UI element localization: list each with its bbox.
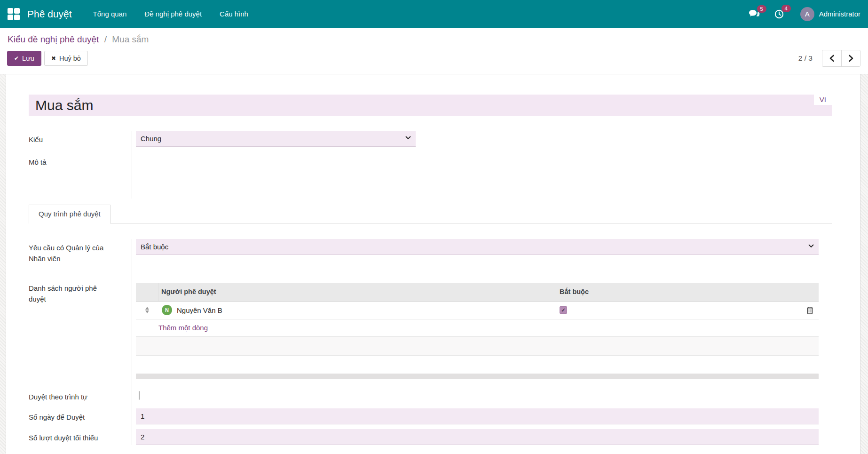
required-checkbox[interactable]: ✓ bbox=[560, 306, 567, 314]
tab-content: Yêu cầu có Quản lý của Nhân viên Bắt buộ… bbox=[29, 223, 832, 445]
user-name: Administrator bbox=[819, 10, 860, 18]
sort-up-icon bbox=[145, 307, 149, 310]
approvers-table: Người phê duyệt Bắt buộc N Nguyễn bbox=[136, 283, 819, 379]
approvers-table-header: Người phê duyệt Bắt buộc bbox=[136, 283, 819, 302]
control-panel: Kiểu đề nghị phê duyệt / Mua sắm ✔ Lưu ✖… bbox=[0, 28, 868, 74]
manager-approval-select[interactable]: Bắt buộc bbox=[136, 239, 819, 255]
type-label: Kiểu bbox=[29, 131, 132, 153]
table-row[interactable]: N Nguyễn Văn B ✓ bbox=[136, 302, 819, 319]
approver-avatar: N bbox=[162, 305, 172, 315]
grid-square bbox=[8, 15, 13, 20]
sequential-checkbox[interactable] bbox=[139, 391, 140, 400]
top-navbar: Phê duyệt Tổng quan Đề nghị phê duyệt Cấ… bbox=[0, 0, 868, 28]
days-input[interactable]: 1 bbox=[136, 408, 819, 424]
sequential-field-cell bbox=[132, 379, 819, 408]
breadcrumb-separator: / bbox=[102, 34, 110, 44]
pager-buttons bbox=[822, 50, 860, 67]
approvers-field-cell: Người phê duyệt Bắt buộc N Nguyễn bbox=[132, 264, 819, 379]
pager-previous-button[interactable] bbox=[822, 50, 841, 66]
min-approvals-input[interactable]: 2 bbox=[136, 429, 819, 445]
handle-column-header bbox=[136, 283, 158, 301]
activities-badge: 4 bbox=[781, 5, 791, 12]
chevron-left-icon bbox=[829, 55, 835, 62]
grid-square bbox=[14, 15, 20, 20]
nav-item-approval-requests[interactable]: Đề nghị phê duyệt bbox=[135, 0, 211, 28]
nav-item-configuration[interactable]: Cấu hình bbox=[211, 0, 257, 28]
translation-tag[interactable]: VI bbox=[814, 95, 832, 105]
activities-button[interactable]: 4 bbox=[774, 9, 784, 19]
sequential-label: Duyệt theo trình tự bbox=[29, 379, 132, 408]
tab-approval-flow[interactable]: Quy trình phê duyệt bbox=[29, 205, 110, 223]
record-title-input[interactable]: Mua sắm bbox=[29, 95, 832, 116]
pager-next-button[interactable] bbox=[841, 50, 860, 66]
min-approvals-label: Số lượt duyệt tối thiểu bbox=[29, 429, 132, 445]
approver-cell[interactable]: N Nguyễn Văn B bbox=[158, 305, 557, 315]
manager-approval-label: Yêu cầu có Quản lý của Nhân viên bbox=[29, 239, 132, 264]
days-field-cell: 1 bbox=[132, 408, 819, 429]
pager-count: 2 / 3 bbox=[798, 54, 813, 63]
messages-badge: 5 bbox=[757, 5, 766, 13]
user-avatar: A bbox=[800, 7, 814, 21]
nav-item-overview[interactable]: Tổng quan bbox=[84, 0, 136, 28]
pager: 2 / 3 bbox=[798, 50, 860, 67]
horizontal-scrollbar[interactable] bbox=[136, 374, 819, 379]
add-line-row: Thêm một dòng bbox=[136, 319, 819, 337]
description-textarea[interactable] bbox=[132, 153, 819, 199]
days-label: Số ngày để Duyệt bbox=[29, 408, 132, 429]
manager-approval-field-cell: Bắt buộc bbox=[132, 239, 819, 264]
empty-table-row bbox=[136, 337, 819, 356]
save-button-label: Lưu bbox=[22, 55, 34, 62]
approvers-list-label: Danh sách người phê duyệt bbox=[29, 264, 132, 379]
type-select[interactable]: Chung bbox=[136, 131, 416, 147]
delete-row-button[interactable] bbox=[801, 306, 819, 314]
x-icon: ✖ bbox=[51, 55, 56, 62]
notebook-tabbar: Quy trình phê duyệt bbox=[29, 204, 832, 223]
app-name[interactable]: Phê duyệt bbox=[27, 8, 72, 20]
required-cell: ✓ bbox=[557, 306, 801, 314]
type-field-cell: Chung bbox=[132, 131, 819, 153]
column-header-approver[interactable]: Người phê duyệt bbox=[158, 288, 557, 295]
title-field-wrap: Mua sắm VI bbox=[29, 95, 832, 116]
column-header-required[interactable]: Bắt buộc bbox=[557, 288, 801, 295]
chevron-down-icon bbox=[808, 244, 814, 248]
tab-field-group: Yêu cầu có Quản lý của Nhân viên Bắt buộ… bbox=[29, 239, 819, 445]
breadcrumb-parent-link[interactable]: Kiểu đề nghị phê duyệt bbox=[8, 34, 99, 44]
apps-grid-icon[interactable] bbox=[8, 8, 20, 20]
discard-button-label: Huỷ bỏ bbox=[59, 55, 81, 62]
top-field-group: Kiểu Chung Mô tả bbox=[29, 131, 819, 199]
breadcrumb: Kiểu đề nghị phê duyệt / Mua sắm bbox=[0, 28, 868, 46]
sort-down-icon bbox=[145, 311, 149, 313]
manager-approval-value: Bắt buộc bbox=[141, 243, 168, 251]
min-approvals-field-cell: 2 bbox=[132, 429, 819, 445]
approver-name: Nguyễn Văn B bbox=[177, 306, 222, 314]
messages-button[interactable]: 5 bbox=[749, 9, 760, 19]
chevron-right-icon bbox=[848, 55, 854, 62]
breadcrumb-current: Mua sắm bbox=[112, 34, 149, 44]
add-line-link[interactable]: Thêm một dòng bbox=[158, 324, 208, 332]
content-background: Mua sắm VI Kiểu Chung Mô tả Quy trình ph… bbox=[0, 74, 868, 454]
user-menu[interactable]: A Administrator bbox=[800, 7, 860, 21]
chevron-down-icon bbox=[405, 136, 411, 140]
save-button[interactable]: ✔ Lưu bbox=[7, 51, 41, 66]
description-label: Mô tả bbox=[29, 153, 132, 199]
grid-square bbox=[14, 8, 20, 14]
grid-square bbox=[8, 8, 13, 14]
form-sheet: Mua sắm VI Kiểu Chung Mô tả Quy trình ph… bbox=[6, 74, 860, 454]
discard-button[interactable]: ✖ Huỷ bỏ bbox=[44, 51, 88, 66]
navbar-right: 5 4 A Administrator bbox=[734, 7, 860, 21]
trash-icon bbox=[806, 306, 813, 314]
check-icon: ✔ bbox=[14, 55, 19, 62]
button-row: ✔ Lưu ✖ Huỷ bỏ 2 / 3 bbox=[0, 46, 868, 74]
type-select-value: Chung bbox=[141, 135, 161, 143]
drag-handle[interactable] bbox=[136, 307, 158, 313]
